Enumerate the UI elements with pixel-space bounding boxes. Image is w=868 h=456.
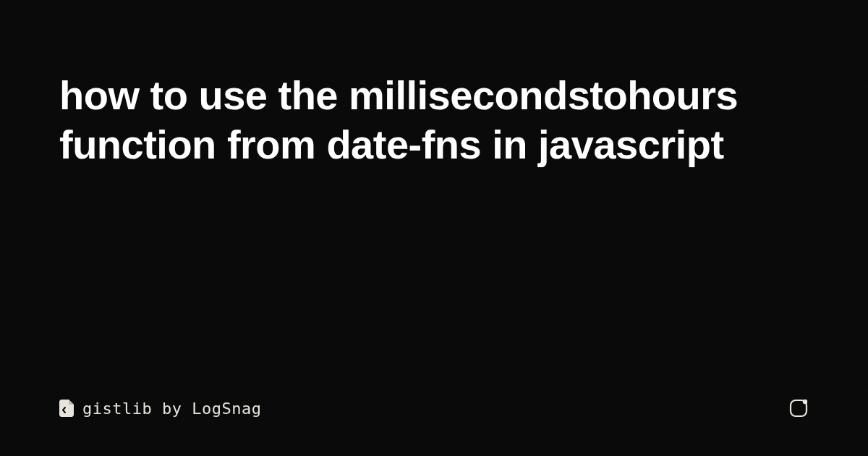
logsnag-logo-icon <box>788 398 809 418</box>
brand-text: gistlib by LogSnag <box>82 400 261 418</box>
page-title: how to use the millisecondstohours funct… <box>59 71 783 170</box>
brand-name: gistlib <box>82 400 152 418</box>
brand-by: by <box>152 400 192 418</box>
brand-company: LogSnag <box>192 400 261 418</box>
content-container: how to use the millisecondstohours funct… <box>0 0 868 456</box>
svg-point-1 <box>803 400 807 404</box>
brand-block: gistlib by LogSnag <box>59 400 261 418</box>
footer: gistlib by LogSnag <box>59 398 809 418</box>
file-icon <box>59 400 74 417</box>
